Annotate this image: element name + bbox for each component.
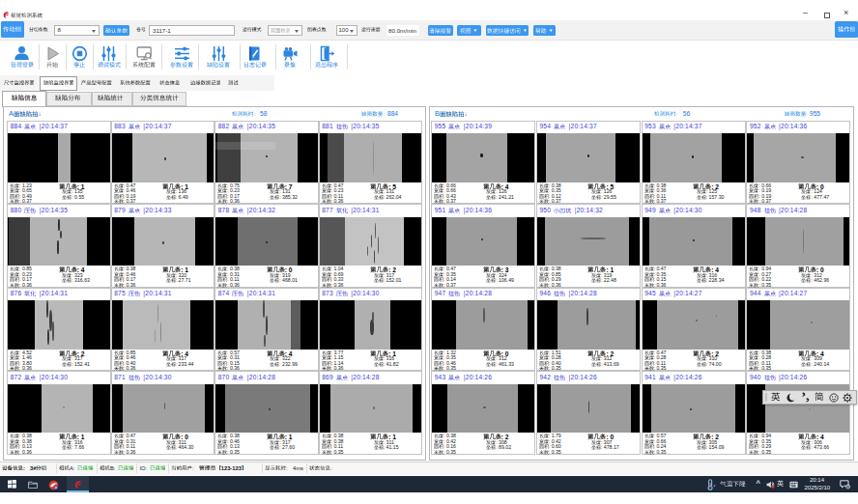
svg-text:6: 6 — [846, 485, 848, 489]
